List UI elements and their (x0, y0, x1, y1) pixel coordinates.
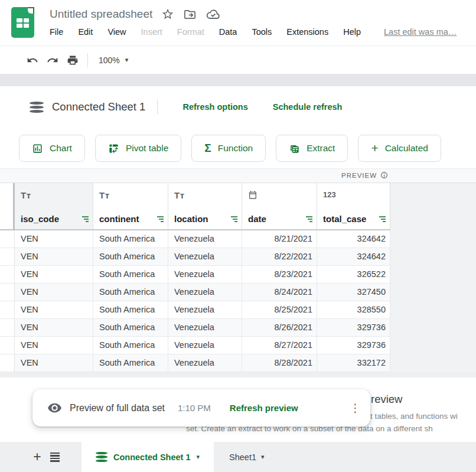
cell-date[interactable]: 8/26/2021 (242, 319, 317, 337)
cell-continent[interactable]: South America (93, 266, 168, 284)
chevron-down-icon[interactable]: ▾ (197, 454, 200, 460)
refresh-preview-button[interactable]: Refresh preview (230, 403, 298, 413)
preview-label: PREVIEW (341, 172, 377, 179)
refresh-options-link[interactable]: Refresh options (182, 102, 247, 112)
cell-continent[interactable]: South America (93, 248, 168, 266)
menu-help[interactable]: Help (343, 27, 361, 37)
cell-total-case[interactable]: 326522 (317, 266, 390, 284)
column-header-location[interactable]: Tᴛ location (168, 183, 242, 230)
calculated-columns-button[interactable]: + Calculated (358, 135, 441, 162)
cell-continent[interactable]: South America (93, 319, 168, 337)
menu-data[interactable]: Data (219, 27, 237, 37)
cell-total-case[interactable]: 328550 (317, 301, 390, 319)
calculated-button-label: Calculated (385, 143, 428, 154)
cell-location[interactable]: Venezuela (168, 230, 242, 248)
column-header-total-case[interactable]: 123 total_case (317, 183, 390, 230)
cell-location[interactable]: Venezuela (168, 301, 242, 319)
menu-insert[interactable]: Insert (141, 27, 162, 37)
cell-total-case[interactable]: 332172 (317, 354, 390, 372)
filter-icon[interactable] (157, 216, 164, 222)
filter-icon[interactable] (82, 216, 89, 222)
menu-edit[interactable]: Edit (78, 27, 93, 37)
filter-icon[interactable] (306, 216, 312, 222)
pivot-table-icon (108, 143, 119, 154)
star-icon[interactable] (161, 8, 174, 21)
chevron-down-icon: ▾ (125, 57, 129, 63)
cell-continent[interactable]: South America (93, 284, 168, 301)
connected-sheet-title: Connected Sheet 1 (52, 100, 145, 113)
tab-sheet1[interactable]: Sheet1 ▾ (214, 442, 280, 472)
cell-location[interactable]: Venezuela (168, 354, 242, 372)
menu-file[interactable]: File (50, 27, 63, 37)
cell-date[interactable]: 8/25/2021 (242, 301, 317, 319)
filter-icon[interactable] (231, 216, 237, 222)
cell-iso-code[interactable]: VEN (15, 337, 93, 354)
text-type-icon: Tᴛ (21, 190, 31, 200)
cell-total-case[interactable]: 329736 (317, 337, 390, 354)
undo-button[interactable] (22, 51, 43, 70)
cell-location[interactable]: Venezuela (168, 284, 242, 301)
info-icon[interactable] (380, 171, 388, 179)
cell-iso-code[interactable]: VEN (15, 284, 93, 301)
cell-date[interactable]: 8/27/2021 (242, 337, 317, 354)
menu-view[interactable]: View (107, 27, 126, 37)
doc-title[interactable]: Untitled spreadsheet (50, 8, 152, 21)
cloud-saved-icon[interactable] (206, 6, 221, 22)
last-edit-link[interactable]: Last edit was ma… (384, 27, 457, 37)
column-header-date[interactable]: date (242, 183, 317, 230)
header-divider (157, 99, 158, 115)
cell-location[interactable]: Venezuela (168, 248, 242, 266)
preview-card: Preview of full data set 1:10 PM Refresh… (32, 389, 370, 427)
cell-continent[interactable]: South America (93, 354, 168, 372)
cell-location[interactable]: Venezuela (168, 319, 242, 337)
row-gutter (0, 301, 15, 319)
cell-iso-code[interactable]: VEN (15, 248, 93, 266)
cell-total-case[interactable]: 329736 (317, 319, 390, 337)
cell-continent[interactable]: South America (93, 301, 168, 319)
chevron-down-icon[interactable]: ▾ (261, 454, 265, 460)
cell-iso-code[interactable]: VEN (15, 266, 93, 284)
sheets-logo-icon[interactable] (11, 7, 34, 38)
menu-tools[interactable]: Tools (252, 27, 272, 37)
schedule-refresh-link[interactable]: Schedule refresh (273, 102, 343, 112)
table-body: VEN South America Venezuela 8/21/2021 32… (0, 230, 390, 372)
row-gutter (0, 284, 15, 301)
column-header-continent[interactable]: Tᴛ continent (93, 183, 168, 230)
cell-iso-code[interactable]: VEN (15, 354, 93, 372)
cell-location[interactable]: Venezuela (168, 266, 242, 284)
extract-button[interactable]: Extract (276, 135, 348, 162)
overflow-menu-icon[interactable]: ⋮ (350, 401, 361, 415)
cell-date[interactable]: 8/22/2021 (242, 248, 317, 266)
menu-extensions[interactable]: Extensions (286, 27, 328, 37)
print-button[interactable] (63, 51, 83, 70)
redo-button[interactable] (43, 51, 63, 70)
cell-continent[interactable]: South America (93, 337, 168, 354)
chart-button[interactable]: Chart (19, 135, 85, 162)
cell-iso-code[interactable]: VEN (15, 230, 93, 248)
tab-connected-sheet-1[interactable]: Connected Sheet 1 ▾ (81, 442, 214, 472)
background-text-fragment: t tables, and functions wi (370, 412, 458, 421)
cell-date[interactable]: 8/21/2021 (242, 230, 317, 248)
cell-iso-code[interactable]: VEN (15, 319, 93, 337)
connected-sheet-header: Connected Sheet 1 Refresh options Schedu… (30, 99, 342, 115)
move-to-folder-icon[interactable] (183, 8, 197, 21)
function-button[interactable]: Σ Function (191, 135, 266, 162)
cell-total-case[interactable]: 324642 (317, 248, 390, 266)
cell-date[interactable]: 8/28/2021 (242, 354, 317, 372)
cell-date[interactable]: 8/24/2021 (242, 284, 317, 301)
all-sheets-icon[interactable] (46, 448, 64, 466)
add-sheet-button[interactable]: + (28, 448, 46, 466)
menu-format[interactable]: Format (177, 27, 204, 37)
cell-date[interactable]: 8/23/2021 (242, 266, 317, 284)
pivot-table-button[interactable]: Pivot table (95, 135, 181, 162)
chart-icon (32, 143, 43, 154)
zoom-control[interactable]: 100% ▾ (99, 56, 128, 65)
cell-iso-code[interactable]: VEN (15, 301, 93, 319)
cell-total-case[interactable]: 324642 (317, 230, 390, 248)
cell-continent[interactable]: South America (93, 230, 168, 248)
cell-total-case[interactable]: 327450 (317, 284, 390, 301)
table-row: VEN South America Venezuela 8/27/2021 32… (0, 337, 390, 354)
cell-location[interactable]: Venezuela (168, 337, 242, 354)
column-header-iso-code[interactable]: Tᴛ iso_code (15, 183, 93, 230)
filter-icon[interactable] (379, 216, 386, 222)
